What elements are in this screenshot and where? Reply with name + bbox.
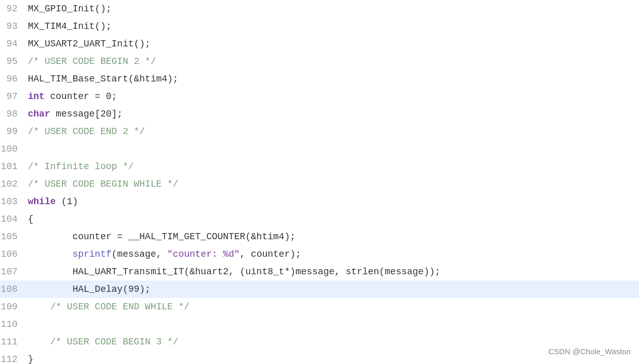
line-number: 105 xyxy=(0,229,26,244)
code-token: MX_GPIO_Init(); xyxy=(28,4,111,14)
table-row: 102/* USER CODE BEGIN WHILE */ xyxy=(0,175,639,193)
code-token: while xyxy=(28,196,56,207)
line-number: 101 xyxy=(0,159,26,174)
code-token: int xyxy=(28,91,44,102)
table-row: 112} xyxy=(0,351,639,364)
line-content: /* Infinite loop */ xyxy=(26,159,639,174)
line-content: /* USER CODE END 2 */ xyxy=(26,124,639,139)
code-lines: 92MX_GPIO_Init();93MX_TIM4_Init();94MX_U… xyxy=(0,0,639,364)
code-token: /* USER CODE END 2 */ xyxy=(28,126,145,137)
line-content: MX_GPIO_Init(); xyxy=(26,2,639,16)
table-row: 101/* Infinite loop */ xyxy=(0,158,639,175)
line-number: 99 xyxy=(0,124,26,139)
line-number: 109 xyxy=(0,300,26,315)
line-number: 112 xyxy=(0,352,26,364)
line-number: 93 xyxy=(0,19,26,34)
table-row: 99/* USER CODE END 2 */ xyxy=(0,123,639,140)
watermark: CSDN @Chole_Waston xyxy=(548,345,631,358)
code-token: counter = __HAL_TIM_GET_COUNTER(&htim4); xyxy=(28,231,295,242)
code-token: /* USER CODE BEGIN 3 */ xyxy=(28,337,179,347)
code-token: { xyxy=(28,214,34,224)
code-token: (message, xyxy=(111,249,167,259)
line-content: /* USER CODE BEGIN 3 */ xyxy=(26,335,639,350)
line-number: 104 xyxy=(0,212,26,227)
line-number: 95 xyxy=(0,54,26,69)
code-token: HAL_TIM_Base_Start(&htim4); xyxy=(28,74,179,84)
table-row: 97int counter = 0; xyxy=(0,88,639,105)
code-editor: 92MX_GPIO_Init();93MX_TIM4_Init();94MX_U… xyxy=(0,0,639,364)
table-row: 96HAL_TIM_Base_Start(&htim4); xyxy=(0,70,639,88)
line-content: sprintf(message, "counter: %d", counter)… xyxy=(26,247,639,262)
table-row: 107 HAL_UART_Transmit_IT(&huart2, (uint8… xyxy=(0,263,639,280)
code-token: message[20]; xyxy=(50,109,122,119)
line-content: char message[20]; xyxy=(26,107,639,122)
line-number: 98 xyxy=(0,107,26,122)
line-content: } xyxy=(26,352,639,364)
code-token: /* USER CODE BEGIN WHILE */ xyxy=(28,179,179,189)
line-content: MX_USART2_UART_Init(); xyxy=(26,37,639,52)
table-row: 93MX_TIM4_Init(); xyxy=(0,18,639,35)
line-content: int counter = 0; xyxy=(26,89,639,104)
line-content: HAL_UART_Transmit_IT(&huart2, (uint8_t*)… xyxy=(26,264,639,279)
table-row: 94MX_USART2_UART_Init(); xyxy=(0,35,639,53)
table-row: 108 HAL_Delay(99); xyxy=(0,280,639,298)
code-token: /* USER CODE END WHILE */ xyxy=(28,302,189,312)
line-number: 100 xyxy=(0,142,26,157)
line-content: /* USER CODE BEGIN 2 */ xyxy=(26,54,639,69)
code-token: } xyxy=(28,354,34,364)
table-row: 109 /* USER CODE END WHILE */ xyxy=(0,298,639,316)
code-token: char xyxy=(28,109,50,119)
table-row: 103while (1) xyxy=(0,193,639,210)
line-number: 110 xyxy=(0,317,26,332)
line-number: 111 xyxy=(0,335,26,350)
line-number: 107 xyxy=(0,264,26,279)
table-row: 106 sprintf(message, "counter: %d", coun… xyxy=(0,245,639,263)
line-number: 94 xyxy=(0,37,26,52)
line-content: { xyxy=(26,212,639,227)
code-token: , counter); xyxy=(240,249,301,259)
code-token: sprintf xyxy=(28,249,111,259)
code-token: HAL_Delay(99); xyxy=(28,284,151,294)
line-content: /* USER CODE BEGIN WHILE */ xyxy=(26,177,639,192)
line-content: while (1) xyxy=(26,194,639,209)
line-content: /* USER CODE END WHILE */ xyxy=(26,300,639,315)
table-row: 92MX_GPIO_Init(); xyxy=(0,0,639,18)
code-token: /* USER CODE BEGIN 2 */ xyxy=(28,56,156,67)
code-token: /* Infinite loop */ xyxy=(28,161,134,172)
code-token: HAL_UART_Transmit_IT(&huart2, (uint8_t*)… xyxy=(28,267,440,277)
code-token: "counter: %d" xyxy=(167,249,239,259)
line-content: MX_TIM4_Init(); xyxy=(26,19,639,34)
line-number: 103 xyxy=(0,194,26,209)
code-token: MX_USART2_UART_Init(); xyxy=(28,39,151,49)
line-number: 102 xyxy=(0,177,26,192)
table-row: 105 counter = __HAL_TIM_GET_COUNTER(&hti… xyxy=(0,228,639,245)
line-number: 97 xyxy=(0,89,26,104)
line-number: 106 xyxy=(0,247,26,262)
table-row: 100 xyxy=(0,140,639,158)
line-number: 108 xyxy=(0,282,26,297)
line-content: counter = __HAL_TIM_GET_COUNTER(&htim4); xyxy=(26,229,639,244)
table-row: 98char message[20]; xyxy=(0,105,639,123)
table-row: 111 /* USER CODE BEGIN 3 */ xyxy=(0,333,639,351)
table-row: 95/* USER CODE BEGIN 2 */ xyxy=(0,53,639,70)
code-token: counter = 0; xyxy=(44,91,117,102)
line-number: 92 xyxy=(0,2,26,16)
table-row: 104{ xyxy=(0,210,639,228)
code-token: MX_TIM4_Init(); xyxy=(28,21,111,31)
code-token: (1) xyxy=(56,196,78,207)
line-content: HAL_TIM_Base_Start(&htim4); xyxy=(26,72,639,87)
line-content: HAL_Delay(99); xyxy=(26,282,639,297)
table-row: 110 xyxy=(0,316,639,333)
line-number: 96 xyxy=(0,72,26,87)
